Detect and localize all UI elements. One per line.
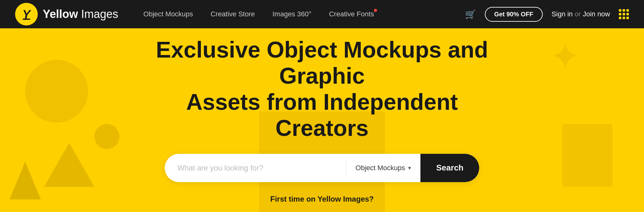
nav-link-object-mockups[interactable]: Object Mockups [143, 10, 193, 18]
new-badge-dot [374, 9, 377, 12]
search-category-dropdown[interactable]: Object Mockups ▾ [346, 154, 421, 182]
chevron-down-icon: ▾ [408, 165, 411, 171]
hero-subtitle: First time on Yellow Images? [270, 195, 374, 204]
hero-section: ✦ Exclusive Object Mockups and Graphic A… [0, 28, 644, 212]
hero-title: Exclusive Object Mockups and Graphic Ass… [149, 37, 495, 141]
cart-icon[interactable]: 🛒 [465, 9, 476, 20]
auth-text: Sign in or Join now [552, 10, 610, 18]
grid-dot [623, 17, 625, 19]
grid-dot [619, 17, 621, 19]
search-button[interactable]: Search [420, 154, 479, 182]
search-bar: Object Mockups ▾ Search [165, 154, 479, 182]
grid-dot [623, 13, 625, 15]
or-separator: or [573, 10, 583, 18]
navbar: Y Yellow Images Object Mockups Creative … [0, 0, 644, 28]
grid-dot [623, 9, 625, 12]
nav-right: 🛒 Get 90% OFF Sign in or Join now [465, 7, 629, 22]
deco-star: ✦ [549, 35, 581, 78]
hero-content: Exclusive Object Mockups and Graphic Ass… [149, 37, 495, 203]
logo-icon: Y [15, 3, 38, 25]
nav-link-creative-store[interactable]: Creative Store [211, 10, 255, 18]
deco-circle-sm [94, 124, 119, 149]
deco-circle-left [25, 60, 88, 123]
brand-name: Yellow Images [43, 8, 118, 21]
apps-grid-icon[interactable] [619, 9, 629, 19]
grid-dot [626, 17, 629, 19]
cta-button[interactable]: Get 90% OFF [485, 7, 543, 22]
deco-cone-left [9, 162, 41, 199]
sign-in-link[interactable]: Sign in [552, 10, 573, 18]
logo[interactable]: Y Yellow Images [15, 3, 118, 25]
deco-triangle-left [44, 143, 94, 187]
join-now-link[interactable]: Join now [583, 10, 610, 18]
grid-dot [626, 9, 629, 12]
grid-dot [619, 9, 621, 12]
nav-link-images-360[interactable]: Images 360° [272, 10, 311, 18]
nav-link-creative-fonts[interactable]: Creative Fonts [329, 10, 374, 18]
grid-dot [626, 13, 629, 15]
search-input[interactable] [165, 154, 346, 182]
grid-dot [619, 13, 621, 15]
deco-rect-right [562, 124, 613, 187]
nav-links: Object Mockups Creative Store Images 360… [143, 10, 465, 18]
